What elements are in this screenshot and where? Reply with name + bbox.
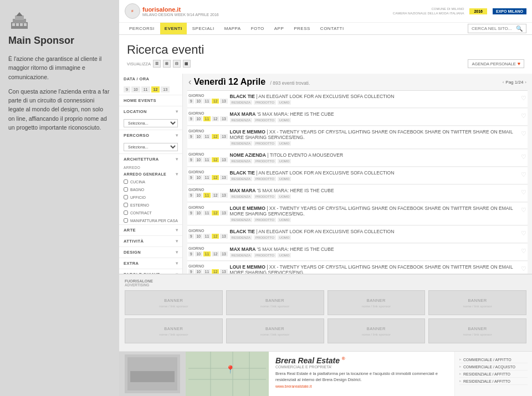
nav-contatti[interactable]: CONTATTI (316, 23, 349, 34)
event-date-btn-10[interactable]: 10 (195, 210, 202, 215)
event-title[interactable]: LOUI E MEMMO | XX - TWENTY YEARS OF CRYS… (230, 264, 519, 274)
filter-architettura-title[interactable]: ARCHITETTURA (119, 154, 182, 164)
event-favorite-button[interactable]: ♡ (521, 95, 526, 102)
promo-cat-item-2[interactable]: RESIDENZIALE / AFFITTO (459, 371, 528, 378)
event-favorite-button[interactable]: ♡ (521, 265, 526, 272)
event-date-btn-10[interactable]: 10 (195, 269, 202, 274)
event-date-btn-12[interactable]: 12 (212, 175, 219, 180)
nav-foto[interactable]: FOTO (247, 23, 269, 34)
event-favorite-button[interactable]: ♡ (521, 207, 526, 214)
event-date-btn-13[interactable]: 13 (220, 157, 227, 162)
filter-arredo-generale-title[interactable]: ARREDO GENERALE (119, 171, 182, 178)
event-date-btn-12[interactable]: 12 (212, 269, 219, 274)
event-date-btn-13[interactable]: 13 (220, 234, 227, 239)
event-date-btn-13[interactable]: 13 (220, 251, 227, 256)
event-date-btn-11[interactable]: 11 (203, 175, 211, 180)
search-icon[interactable]: 🔍 (516, 25, 523, 32)
event-title[interactable]: MAX MARA 'S MAX MARA: HERE IS THE CUBE (230, 111, 519, 117)
filter-percorso-select[interactable]: Seleziona... (124, 143, 178, 151)
filter-location-title[interactable]: LOCATION (119, 106, 182, 117)
agenda-button[interactable]: AGENDA PERSONALE ♥ (468, 59, 524, 68)
event-date-btn-12[interactable]: 12 (212, 116, 219, 121)
event-date-btn-11[interactable]: 11 (203, 99, 211, 104)
filter-ufficio[interactable]: UFFICIO (119, 193, 182, 201)
event-date-btn-10[interactable]: 10 (195, 193, 202, 198)
banner-item-0-1[interactable]: BANNER nome / link sponsor (226, 290, 324, 315)
event-date-btn-13[interactable]: 13 (220, 99, 227, 104)
promo-cat-item-1[interactable]: COMMERCIALE / ACQUISTO (459, 363, 528, 371)
event-favorite-button[interactable]: ♡ (521, 189, 526, 196)
event-date-btn-10[interactable]: 10 (195, 251, 202, 256)
event-date-btn-9[interactable]: 9 (188, 175, 194, 180)
page-nav-prev[interactable]: ‹ (503, 80, 504, 85)
view-map-icon[interactable]: ⊟ (173, 60, 181, 68)
filter-parole-chiave-title[interactable]: PAROLE CHIAVE (119, 269, 182, 274)
event-date-btn-10[interactable]: 10 (195, 116, 202, 121)
event-date-btn-12[interactable]: 12 (212, 134, 219, 139)
banner-item-0-2[interactable]: BANNER nome / link sponsor (328, 290, 426, 315)
event-date-btn-11[interactable]: 11 (203, 134, 211, 139)
event-date-btn-9[interactable]: 9 (188, 99, 194, 104)
event-date-btn-12[interactable]: 12 (212, 99, 219, 104)
nav-mappa[interactable]: MAPPA (220, 23, 245, 34)
event-date-btn-10[interactable]: 10 (195, 134, 202, 139)
event-date-btn-13[interactable]: 13 (220, 193, 227, 198)
event-date-btn-11[interactable]: 11 (203, 269, 211, 274)
event-title[interactable]: MAX MARA 'S MAX MARA: HERE IS THE CUBE (230, 188, 519, 193)
event-date-btn-10[interactable]: 10 (195, 175, 202, 180)
event-date-btn-13[interactable]: 13 (220, 269, 227, 274)
event-date-btn-10[interactable]: 10 (195, 157, 202, 162)
event-date-btn-9[interactable]: 9 (188, 116, 194, 121)
event-favorite-button[interactable]: ♡ (521, 153, 526, 161)
filter-bagno[interactable]: BAGNO (119, 186, 182, 193)
page-nav-next[interactable]: › (525, 80, 526, 85)
event-date-btn-11[interactable]: 11 (203, 234, 211, 239)
search-input[interactable] (472, 26, 516, 31)
date-btn-10[interactable]: 10 (131, 86, 140, 92)
event-date-btn-12[interactable]: 12 (212, 210, 219, 215)
event-title[interactable]: BLACK TIE | AN ELEGANT LOOK FOR AN EXCLU… (230, 229, 519, 234)
event-favorite-button[interactable]: ♡ (521, 112, 526, 120)
event-date-btn-10[interactable]: 10 (195, 234, 202, 239)
nav-speciali[interactable]: SPECIALI (188, 23, 219, 34)
promo-cat-item-0[interactable]: COMMERCIALE / AFFITTO (459, 356, 528, 363)
event-title[interactable]: NOME AZIENDA | TITOLO EVENTO A MOUSEOVER (230, 152, 519, 158)
banner-item-1-2[interactable]: BANNER nome / link sponsor (328, 318, 426, 343)
event-title[interactable]: MAX MARA 'S MAX MARA: HERE IS THE CUBE (230, 246, 519, 252)
date-btn-13[interactable]: 13 (161, 86, 170, 92)
banner-item-0-0[interactable]: BANNER nome / link sponsor (125, 290, 223, 315)
filter-manifattura[interactable]: MANIFATTURA PER CASA (119, 217, 182, 224)
nav-press[interactable]: PRESS (289, 23, 315, 34)
event-date-btn-12[interactable]: 12 (212, 234, 219, 239)
promo-link[interactable]: www.brerarealstate.it (275, 384, 448, 388)
event-date-btn-9[interactable]: 9 (188, 210, 194, 215)
event-date-btn-11[interactable]: 11 (203, 116, 211, 121)
filter-cucina[interactable]: CUCINA (119, 178, 182, 186)
filter-location-select[interactable]: Seleziona... (124, 119, 178, 127)
nav-eventi[interactable]: EVENTI (160, 23, 187, 34)
view-calendar-icon[interactable]: ▦ (183, 60, 191, 68)
promo-cat-item-3[interactable]: RESIDENZIALE / AFFITTO (459, 378, 528, 385)
date-btn-11[interactable]: 11 (141, 86, 150, 92)
event-date-btn-13[interactable]: 13 (220, 175, 227, 180)
view-grid-icon[interactable]: ⊞ (163, 60, 171, 68)
filter-home-events-title[interactable]: HOME EVENTS (119, 95, 182, 106)
filter-arte-title[interactable]: ARTE (119, 225, 182, 235)
banner-item-1-3[interactable]: BANNER nome / link sponsor (428, 318, 526, 343)
event-date-btn-9[interactable]: 9 (188, 234, 194, 239)
event-date-btn-9[interactable]: 9 (188, 269, 194, 274)
nav-app[interactable]: APP (270, 23, 289, 34)
filter-design-title[interactable]: DESIGN (119, 247, 182, 258)
prev-arrow[interactable]: ‹ (188, 77, 191, 86)
event-date-btn-11[interactable]: 11 (203, 210, 211, 215)
filter-attivita-title[interactable]: ATTIVITÀ (119, 236, 182, 246)
banner-item-0-3[interactable]: BANNER nome / link sponsor (428, 290, 526, 315)
event-date-btn-12[interactable]: 12 (212, 193, 219, 198)
event-date-btn-13[interactable]: 13 (220, 116, 227, 121)
filter-extra-title[interactable]: EXTRA (119, 258, 182, 269)
event-date-btn-11[interactable]: 11 (203, 251, 211, 256)
event-date-btn-9[interactable]: 9 (188, 193, 194, 198)
banner-item-1-1[interactable]: BANNER nome / link sponsor (226, 318, 324, 343)
nav-percorsi[interactable]: PERCORSI (125, 23, 159, 34)
event-favorite-button[interactable]: ♡ (521, 130, 526, 137)
